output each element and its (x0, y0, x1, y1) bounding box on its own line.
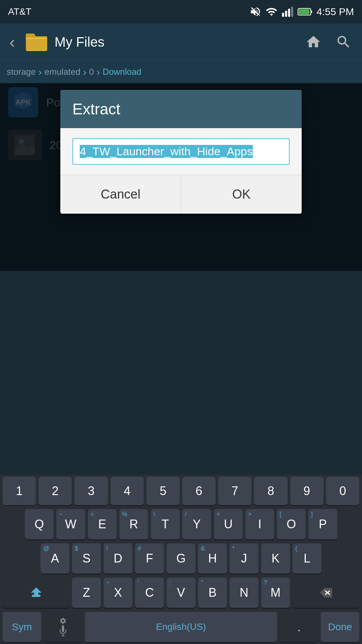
status-icons: 4:55 PM (249, 6, 354, 18)
key-v[interactable]: :V (167, 578, 195, 608)
breadcrumb-download[interactable]: Download (103, 67, 141, 77)
dialog-buttons: Cancel OK (60, 175, 302, 214)
back-button[interactable]: ‹ (7, 30, 18, 54)
svg-rect-0 (282, 13, 284, 17)
keyboard-row-zxcv: Z −X 'C :V "B N ?M (0, 576, 362, 610)
key-x[interactable]: −X (104, 578, 132, 608)
breadcrumb: storage › emulated › 0 › Download (0, 60, 362, 83)
key-w[interactable]: −W (56, 509, 85, 539)
breadcrumb-sep-3: › (97, 66, 100, 78)
svg-rect-6 (299, 9, 309, 14)
key-d[interactable]: !D (104, 543, 132, 574)
key-z[interactable]: Z (72, 578, 101, 608)
ok-button[interactable]: OK (181, 175, 302, 214)
keyboard-bottom-row: Sym English(US) . Done (0, 610, 362, 644)
space-key[interactable]: English(US) (85, 612, 277, 642)
keyboard-row-numbers: 1 2 3 4 5 6 7 8 9 0 (0, 475, 362, 507)
key-i[interactable]: >I (245, 509, 274, 539)
key-7[interactable]: 7 (218, 477, 251, 505)
key-a[interactable]: @A (41, 543, 69, 574)
cancel-button[interactable]: Cancel (60, 175, 181, 214)
svg-rect-11 (62, 625, 64, 632)
extract-dialog: Extract Cancel OK (60, 90, 302, 214)
key-t[interactable]: \T (151, 509, 180, 539)
shift-key[interactable] (3, 578, 69, 608)
header: ‹ My Files (0, 23, 362, 60)
svg-rect-2 (288, 9, 290, 17)
key-k[interactable]: K (261, 543, 290, 574)
header-title: My Files (55, 35, 295, 50)
key-1[interactable]: 1 (3, 477, 36, 505)
dialog-body (60, 128, 302, 175)
breadcrumb-0[interactable]: 0 (89, 67, 94, 77)
key-j[interactable]: *J (230, 543, 258, 574)
breadcrumb-sep-1: › (39, 66, 42, 78)
folder-icon (24, 32, 48, 52)
done-key[interactable]: Done (321, 612, 359, 642)
key-4[interactable]: 4 (111, 477, 144, 505)
backspace-key[interactable] (293, 578, 359, 608)
time-text: 4:55 PM (316, 6, 354, 17)
mic-key[interactable] (44, 612, 82, 642)
breadcrumb-storage[interactable]: storage (7, 67, 36, 77)
key-l[interactable]: (L (293, 543, 321, 574)
key-m[interactable]: ?M (261, 578, 290, 608)
key-c[interactable]: 'C (135, 578, 164, 608)
breadcrumb-sep-2: › (83, 66, 86, 78)
key-5[interactable]: 5 (146, 477, 180, 505)
key-9[interactable]: 9 (290, 477, 323, 505)
status-bar: AT&T 4:55 PM (0, 0, 362, 23)
key-u[interactable]: <U (214, 509, 243, 539)
key-q[interactable]: Q (25, 509, 54, 539)
key-e[interactable]: =E (88, 509, 117, 539)
extract-path-input[interactable] (72, 138, 290, 165)
sym-key[interactable]: Sym (3, 612, 41, 642)
key-b[interactable]: "B (198, 578, 227, 608)
mute-icon (249, 6, 261, 18)
dialog-title-bar: Extract (60, 90, 302, 128)
breadcrumb-emulated[interactable]: emulated (45, 67, 80, 77)
svg-rect-1 (285, 11, 287, 17)
svg-rect-5 (311, 10, 312, 13)
key-y[interactable]: /Y (182, 509, 211, 539)
key-h[interactable]: &H (198, 543, 227, 574)
key-f[interactable]: #F (135, 543, 164, 574)
battery-icon (298, 7, 312, 16)
wifi-icon (265, 6, 278, 18)
key-6[interactable]: 6 (182, 477, 216, 505)
key-o[interactable]: [O (277, 509, 306, 539)
key-0[interactable]: 0 (326, 477, 359, 505)
search-button[interactable] (332, 30, 355, 54)
period-key[interactable]: . (280, 612, 318, 642)
key-8[interactable]: 8 (254, 477, 287, 505)
home-button[interactable] (302, 30, 325, 54)
key-n[interactable]: N (230, 578, 258, 608)
file-area: APK PopupBrowser_xda.apk 2014-12-15 13.1… (0, 83, 362, 271)
key-p[interactable]: ]P (308, 509, 337, 539)
keyboard-row-asdf: @A $S !D #F G &H *J K (L (0, 541, 362, 576)
dialog-overlay: Extract Cancel OK (0, 83, 362, 271)
key-s[interactable]: $S (72, 543, 101, 574)
key-g[interactable]: G (167, 543, 195, 574)
svg-rect-3 (291, 7, 293, 17)
dialog-title: Extract (72, 100, 120, 118)
key-2[interactable]: 2 (39, 477, 72, 505)
key-3[interactable]: 3 (74, 477, 108, 505)
keyboard-row-qwerty: Q −W =E %R \T /Y <U >I [O ]P (0, 507, 362, 541)
keyboard: 1 2 3 4 5 6 7 8 9 0 Q −W =E %R \T /Y <U … (0, 475, 362, 644)
signal-icon (282, 6, 294, 18)
key-r[interactable]: %R (119, 509, 148, 539)
carrier-text: AT&T (8, 6, 31, 17)
